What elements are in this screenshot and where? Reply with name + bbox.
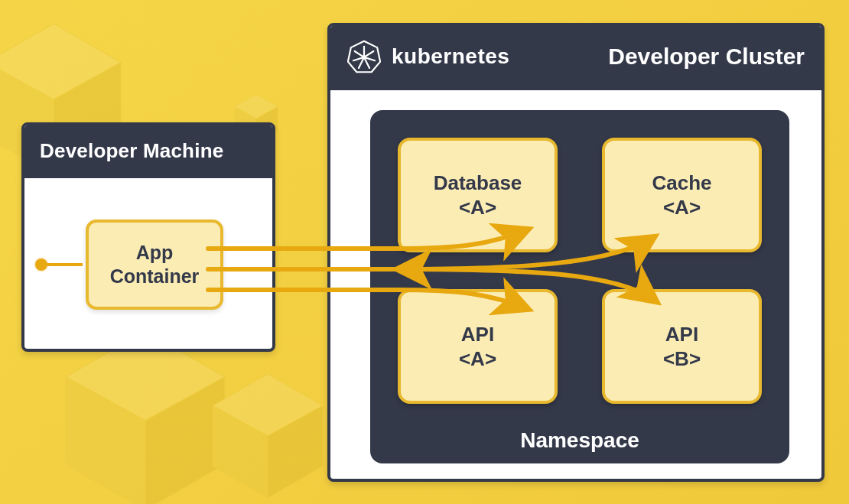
database-name: Database (434, 171, 522, 196)
developer-machine-panel: Developer Machine App Container (21, 122, 275, 352)
api-a-name: API (461, 322, 494, 347)
namespace-label: Namespace (370, 428, 789, 453)
cluster-header: kubernetes Developer Cluster (330, 26, 821, 90)
svg-line-20 (355, 51, 364, 57)
namespace-box: Database <A> Cache <A> API <A> API <B> N… (370, 110, 789, 463)
cache-node: Cache <A> (602, 138, 762, 252)
developer-machine-title: Developer Machine (24, 125, 272, 178)
api-a-node: API <A> (398, 289, 558, 404)
app-node-line1: App (89, 241, 220, 265)
api-b-node: API <B> (602, 289, 762, 404)
cache-name: Cache (652, 171, 711, 196)
svg-line-15 (364, 51, 373, 57)
api-b-tag: <B> (663, 346, 701, 372)
cluster-title: Developer Cluster (608, 44, 805, 70)
api-a-tag: <A> (459, 346, 496, 372)
api-b-name: API (665, 322, 698, 347)
connector-dot (35, 259, 47, 271)
database-node: Database <A> (398, 138, 558, 252)
app-node-line2: Container (89, 265, 220, 288)
developer-cluster-panel: kubernetes Developer Cluster Database <A… (327, 23, 825, 482)
database-tag: <A> (459, 195, 496, 220)
kubernetes-label: kubernetes (392, 44, 509, 69)
kubernetes-icon (347, 40, 381, 73)
app-container-node: App Container (86, 219, 223, 310)
cache-tag: <A> (663, 195, 701, 220)
